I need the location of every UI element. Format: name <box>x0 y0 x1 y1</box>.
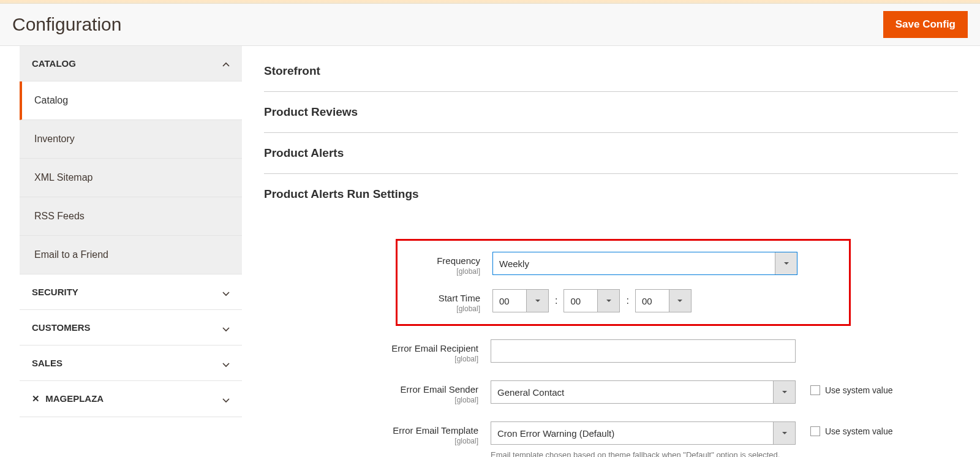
time-colon: : <box>555 295 557 306</box>
sidebar-item-label: XML Sitemap <box>34 172 92 183</box>
page-title: Configuration <box>12 14 121 35</box>
use-system-checkbox[interactable] <box>810 426 820 436</box>
field-label: Error Email Template <box>393 425 478 436</box>
sidebar-section-catalog[interactable]: CATALOG <box>20 46 242 81</box>
use-system-label: Use system value <box>825 426 892 436</box>
sidebar-section-security[interactable]: SECURITY <box>20 274 242 310</box>
error-recipient-input[interactable] <box>491 339 796 363</box>
field-hint: Email template chosen based on theme fal… <box>491 450 785 457</box>
accordion-product-alerts[interactable]: Product Alerts <box>264 133 958 174</box>
field-scope: [global] <box>398 267 480 276</box>
mageplaza-icon: ✕ <box>32 393 43 404</box>
field-label: Start Time <box>439 293 480 303</box>
chevron-down-icon <box>222 395 230 402</box>
sidebar-item-inventory[interactable]: Inventory <box>20 120 242 159</box>
accordion-product-alerts-run-settings[interactable]: Product Alerts Run Settings <box>264 174 958 214</box>
dropdown-arrow-icon <box>773 381 795 403</box>
chevron-up-icon <box>222 60 230 67</box>
start-time-second-select[interactable]: 00 <box>635 289 692 312</box>
sidebar-item-label: RSS Feeds <box>34 211 85 221</box>
sidebar-item-rss-feeds[interactable]: RSS Feeds <box>20 197 242 236</box>
error-template-select[interactable]: Cron Error Warning (Default) <box>491 421 796 445</box>
config-sidebar: CATALOG Catalog Inventory XML Sitemap RS… <box>0 46 242 457</box>
field-label: Frequency <box>437 255 480 266</box>
field-scope: [global] <box>264 396 478 404</box>
field-scope: [global] <box>398 304 480 313</box>
field-start-time: Start Time [global] 00 : <box>398 289 849 313</box>
sidebar-item-catalog[interactable]: Catalog <box>20 81 242 120</box>
field-frequency: Frequency [global] Weekly <box>398 252 849 276</box>
select-value: 00 <box>642 296 652 306</box>
error-sender-select[interactable]: General Contact <box>491 380 796 404</box>
sidebar-section-sales[interactable]: SALES <box>20 346 242 381</box>
accordion-body: Frequency [global] Weekly <box>264 214 958 457</box>
sidebar-section-mageplaza[interactable]: ✕ MAGEPLAZA <box>20 381 242 417</box>
accordion-storefront[interactable]: Storefront <box>264 58 958 92</box>
dropdown-arrow-icon <box>775 252 797 274</box>
config-main: Storefront Product Reviews Product Alert… <box>242 46 980 457</box>
field-label: Error Email Recipient <box>391 343 478 353</box>
save-config-button[interactable]: Save Config <box>883 11 968 38</box>
accordion-product-reviews[interactable]: Product Reviews <box>264 92 958 133</box>
sidebar-section-label: CUSTOMERS <box>32 322 91 333</box>
chevron-down-icon <box>222 289 230 296</box>
chevron-down-icon <box>222 324 230 331</box>
sidebar-section-label: ✕ MAGEPLAZA <box>32 393 104 404</box>
select-value: 00 <box>499 296 510 306</box>
field-error-template: Error Email Template [global] Cron Error… <box>264 421 958 457</box>
highlight-box: Frequency [global] Weekly <box>396 239 851 326</box>
field-error-sender: Error Email Sender [global] General Cont… <box>264 380 958 404</box>
field-label: Error Email Sender <box>400 384 478 395</box>
sidebar-item-xml-sitemap[interactable]: XML Sitemap <box>20 159 242 197</box>
chevron-down-icon <box>222 360 230 367</box>
sidebar-item-label: Catalog <box>34 95 68 105</box>
frequency-select[interactable]: Weekly <box>492 252 797 275</box>
field-error-recipient: Error Email Recipient [global] <box>264 339 958 363</box>
start-time-hour-select[interactable]: 00 <box>492 289 549 312</box>
dropdown-arrow-icon <box>526 290 548 312</box>
field-scope: [global] <box>264 355 478 363</box>
select-value: General Contact <box>497 387 564 398</box>
select-value: Cron Error Warning (Default) <box>497 428 614 439</box>
sidebar-item-label: Email to a Friend <box>34 249 108 260</box>
sidebar-section-customers[interactable]: CUSTOMERS <box>20 310 242 346</box>
select-value: Weekly <box>499 259 529 269</box>
dropdown-arrow-icon <box>669 290 691 312</box>
field-scope: [global] <box>264 437 478 445</box>
use-system-checkbox[interactable] <box>810 385 820 395</box>
sidebar-section-label: SECURITY <box>32 287 78 297</box>
time-colon: : <box>626 295 628 306</box>
sidebar-item-email-friend[interactable]: Email to a Friend <box>20 236 242 274</box>
dropdown-arrow-icon <box>597 290 619 312</box>
dropdown-arrow-icon <box>773 422 795 444</box>
use-system-label: Use system value <box>825 385 892 395</box>
start-time-minute-select[interactable]: 00 <box>564 289 620 312</box>
sidebar-section-label: SALES <box>32 358 62 368</box>
select-value: 00 <box>570 296 581 306</box>
page-header: Configuration Save Config <box>0 4 980 46</box>
sidebar-section-label: CATALOG <box>32 58 76 69</box>
sidebar-item-label: Inventory <box>34 134 75 144</box>
